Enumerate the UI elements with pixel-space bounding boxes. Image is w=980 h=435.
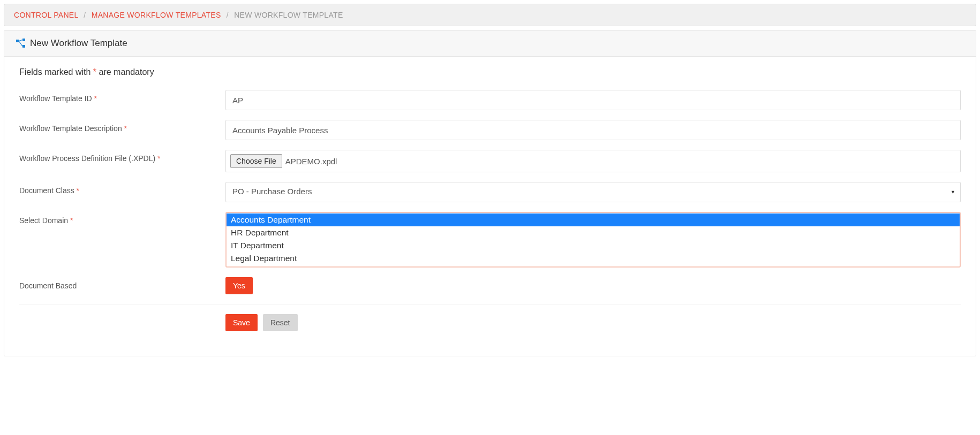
svg-rect-2 (22, 45, 25, 48)
row-template-id: Workflow Template ID * (19, 90, 961, 110)
panel-title: New Workflow Template (30, 38, 127, 49)
doc-based-toggle[interactable]: Yes (225, 277, 253, 294)
reset-button[interactable]: Reset (263, 314, 298, 331)
label-text: Workflow Process Definition File (.XPDL) (19, 154, 155, 163)
divider (19, 304, 961, 304)
panel-body: Fields marked with * are mandatory Workf… (4, 57, 976, 356)
asterisk-icon: * (77, 186, 79, 195)
label-template-desc: Workflow Template Description * (19, 120, 225, 133)
mandatory-note: Fields marked with * are mandatory (19, 67, 961, 77)
label-domain: Select Domain * (19, 212, 225, 225)
row-template-desc: Workflow Template Description * (19, 120, 961, 140)
breadcrumb-separator: / (84, 11, 86, 19)
asterisk-icon: * (70, 216, 73, 225)
choose-file-button[interactable]: Choose File (230, 154, 282, 168)
row-actions: Save Reset (19, 314, 961, 331)
xpdl-file-field: Choose File APDEMO.xpdl (225, 150, 961, 172)
breadcrumb-link-manage-workflow-templates[interactable]: MANAGE WORKFLOW TEMPLATES (92, 11, 221, 19)
label-text: Workflow Template Description (19, 124, 122, 133)
label-text: Workflow Template ID (19, 94, 92, 103)
row-doc-class: Document Class * PO - Purchase Orders ▼ (19, 182, 961, 202)
domain-multiselect[interactable]: Accounts DepartmentHR DepartmentIT Depar… (225, 212, 961, 268)
svg-rect-1 (22, 39, 25, 41)
template-desc-input[interactable] (225, 120, 961, 140)
domain-option[interactable]: Accounts Department (227, 213, 960, 226)
svg-rect-0 (16, 40, 19, 42)
breadcrumb-separator: / (227, 11, 229, 19)
row-xpdl: Workflow Process Definition File (.XPDL)… (19, 150, 961, 172)
domain-option[interactable]: Legal Department (227, 252, 960, 265)
template-id-input[interactable] (225, 90, 961, 110)
label-text: Select Domain (19, 216, 68, 225)
asterisk-icon: * (94, 94, 97, 103)
label-template-id: Workflow Template ID * (19, 90, 225, 103)
asterisk-icon: * (157, 154, 160, 163)
domain-option[interactable]: HR Department (227, 226, 960, 239)
domain-option[interactable]: IT Department (227, 239, 960, 252)
label-doc-based: Document Based (19, 277, 225, 290)
svg-line-3 (19, 40, 22, 41)
row-domain: Select Domain * Accounts DepartmentHR De… (19, 212, 961, 268)
breadcrumb-current: NEW WORKFLOW TEMPLATE (234, 11, 343, 19)
panel-new-workflow-template: New Workflow Template Fields marked with… (4, 30, 976, 356)
breadcrumb: CONTROL PANEL / MANAGE WORKFLOW TEMPLATE… (4, 4, 976, 26)
xpdl-filename: APDEMO.xpdl (285, 157, 337, 166)
label-xpdl: Workflow Process Definition File (.XPDL)… (19, 150, 225, 163)
doc-class-select[interactable]: PO - Purchase Orders (225, 182, 961, 202)
mandatory-note-prefix: Fields marked with (19, 67, 93, 77)
svg-line-4 (19, 41, 22, 47)
workflow-icon (16, 39, 26, 48)
actions-spacer (19, 314, 225, 318)
label-text: Document Class (19, 186, 74, 195)
panel-header: New Workflow Template (4, 30, 976, 57)
breadcrumb-link-control-panel[interactable]: CONTROL PANEL (14, 11, 78, 19)
mandatory-note-suffix: are mandatory (96, 67, 154, 77)
label-doc-class: Document Class * (19, 182, 225, 195)
row-doc-based: Document Based Yes (19, 277, 961, 294)
save-button[interactable]: Save (225, 314, 258, 331)
asterisk-icon: * (124, 124, 127, 133)
label-text: Document Based (19, 281, 77, 290)
